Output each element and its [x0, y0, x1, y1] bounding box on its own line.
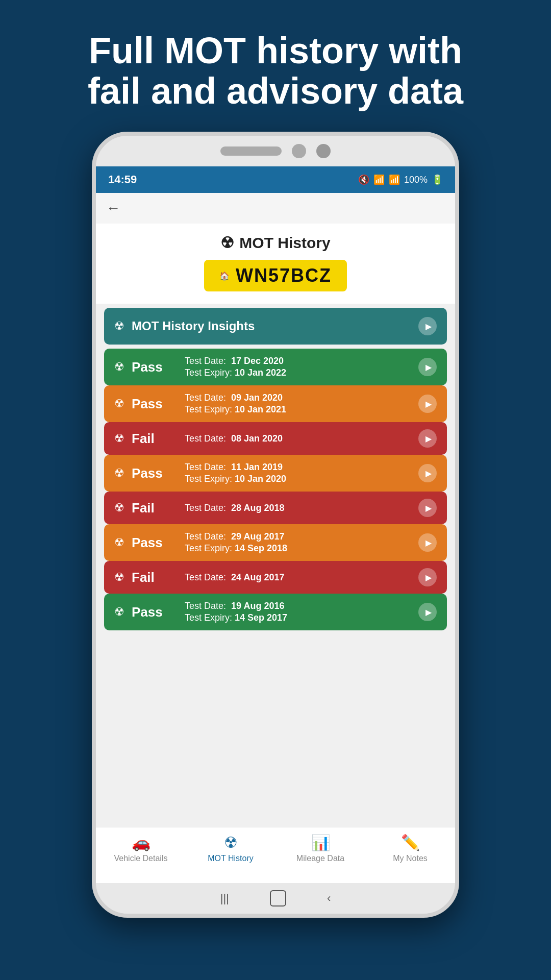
nav-back-icon[interactable]: ‹ [327, 892, 331, 905]
play-arrow-icon: ▶ [425, 469, 432, 478]
mot-row-play-4[interactable]: ▶ [418, 499, 437, 517]
mot-row-2[interactable]: ☢FailTest Date: 08 Jan 2020▶ [104, 422, 447, 455]
mot-expiry-date-7: Test Expiry: 14 Sep 2017 [185, 612, 411, 623]
nav-recent-icon[interactable]: ||| [220, 892, 229, 905]
mot-row-status-1: Pass [132, 396, 178, 412]
insights-label: MOT History Insights [132, 319, 411, 333]
insights-icon: ☢ [114, 320, 124, 333]
battery-level: 100% [404, 175, 428, 185]
status-bar: 14:59 🔇 📶 📶 100% 🔋 [96, 166, 455, 193]
mot-items-container: ☢PassTest Date: 17 Dec 2020Test Expiry: … [104, 349, 447, 630]
nav-mileage-data[interactable]: 📊 Mileage Data [287, 834, 354, 863]
nav-home-button[interactable] [270, 890, 286, 906]
back-button[interactable]: ← [106, 200, 120, 216]
mot-expiry-date-0: Test Expiry: 10 Jan 2022 [185, 368, 411, 378]
mot-header: ☢ MOT History 🏠 WN57BCZ [96, 224, 455, 304]
bottom-nav: 🚗 Vehicle Details ☢ MOT History 📊 Mileag… [96, 827, 455, 883]
mot-row-4[interactable]: ☢FailTest Date: 28 Aug 2018▶ [104, 492, 447, 524]
mot-row-icon-4: ☢ [114, 501, 124, 514]
mot-row-play-5[interactable]: ▶ [418, 533, 437, 552]
play-icon: ▶ [425, 322, 432, 331]
mot-test-date-0: Test Date: 17 Dec 2020 [185, 356, 411, 366]
radiation-icon: ☢ [224, 834, 238, 851]
mot-test-date-5: Test Date: 29 Aug 2017 [185, 531, 411, 542]
play-arrow-icon: ▶ [425, 399, 432, 409]
play-arrow-icon: ▶ [425, 362, 432, 372]
mot-expiry-date-3: Test Expiry: 10 Jan 2020 [185, 474, 411, 484]
nav-mot-label: MOT History [208, 854, 253, 863]
mot-test-date-3: Test Date: 11 Jan 2019 [185, 462, 411, 473]
mot-title-icon: ☢ [220, 234, 234, 252]
mot-row-status-5: Pass [132, 535, 178, 551]
mot-row-play-6[interactable]: ▶ [418, 568, 437, 586]
nav-my-notes[interactable]: ✏️ My Notes [377, 834, 443, 863]
mot-row-play-3[interactable]: ▶ [418, 464, 437, 482]
mot-row-play-2[interactable]: ▶ [418, 429, 437, 448]
headline-text: Full MOT history with fail and advisory … [57, 0, 494, 132]
mot-row-icon-2: ☢ [114, 432, 124, 445]
headline-line1: Full MOT history with [89, 30, 462, 71]
mot-row-dates-7: Test Date: 19 Aug 2016Test Expiry: 14 Se… [185, 601, 411, 623]
phone-camera-main [292, 144, 306, 158]
pencil-icon: ✏️ [401, 834, 420, 851]
back-nav-bar: ← [96, 193, 455, 224]
nav-mot-history[interactable]: ☢ MOT History [197, 834, 264, 863]
mot-row-dates-5: Test Date: 29 Aug 2017Test Expiry: 14 Se… [185, 531, 411, 554]
insights-play-button[interactable]: ▶ [418, 317, 437, 335]
mot-expiry-date-1: Test Expiry: 10 Jan 2021 [185, 404, 411, 415]
mot-row-status-7: Pass [132, 604, 178, 620]
play-arrow-icon: ▶ [425, 573, 432, 582]
play-arrow-icon: ▶ [425, 434, 432, 444]
mot-test-date-7: Test Date: 19 Aug 2016 [185, 601, 411, 611]
phone-speaker [220, 146, 282, 156]
mot-row-0[interactable]: ☢PassTest Date: 17 Dec 2020Test Expiry: … [104, 349, 447, 385]
mot-list: ☢ MOT History Insights ▶ ☢PassTest Date:… [96, 304, 455, 827]
phone-top-hardware [96, 136, 455, 166]
battery-icon: 🔋 [432, 174, 443, 185]
mot-row-dates-4: Test Date: 28 Aug 2018 [185, 503, 411, 513]
mot-test-date-6: Test Date: 24 Aug 2017 [185, 572, 411, 583]
plate-badge: 🏠 WN57BCZ [204, 260, 347, 291]
mot-title: ☢ MOT History [220, 234, 330, 252]
mot-row-status-2: Fail [132, 431, 178, 447]
mot-row-status-0: Pass [132, 359, 178, 375]
mot-row-dates-6: Test Date: 24 Aug 2017 [185, 572, 411, 583]
mot-test-date-2: Test Date: 08 Jan 2020 [185, 433, 411, 444]
mot-row-icon-5: ☢ [114, 536, 124, 549]
mot-row-3[interactable]: ☢PassTest Date: 11 Jan 2019Test Expiry: … [104, 455, 447, 492]
phone-camera-secondary [316, 144, 331, 158]
screen-content: ☢ MOT History 🏠 WN57BCZ ☢ MOT History In… [96, 224, 455, 883]
mot-row-icon-0: ☢ [114, 360, 124, 374]
mot-row-6[interactable]: ☢FailTest Date: 24 Aug 2017▶ [104, 561, 447, 594]
signal-icon: 📶 [389, 174, 400, 185]
mot-row-play-7[interactable]: ▶ [418, 603, 437, 621]
insights-row[interactable]: ☢ MOT History Insights ▶ [104, 308, 447, 345]
mot-row-1[interactable]: ☢PassTest Date: 09 Jan 2020Test Expiry: … [104, 385, 447, 422]
mot-row-status-4: Fail [132, 500, 178, 516]
car-icon: 🚗 [132, 834, 151, 851]
plate-number: WN57BCZ [236, 265, 332, 286]
play-arrow-icon: ▶ [425, 538, 432, 548]
chart-icon: 📊 [311, 834, 330, 851]
play-arrow-icon: ▶ [425, 503, 432, 513]
mot-row-play-0[interactable]: ▶ [418, 358, 437, 376]
mot-row-status-3: Pass [132, 465, 178, 481]
play-arrow-icon: ▶ [425, 607, 432, 617]
mot-test-date-1: Test Date: 09 Jan 2020 [185, 393, 411, 403]
mute-icon: 🔇 [358, 174, 369, 185]
headline-line2: fail and advisory data [88, 70, 463, 111]
nav-vehicle-label: Vehicle Details [114, 854, 168, 863]
mot-row-dates-0: Test Date: 17 Dec 2020Test Expiry: 10 Ja… [185, 356, 411, 378]
mot-row-5[interactable]: ☢PassTest Date: 29 Aug 2017Test Expiry: … [104, 524, 447, 561]
status-icons: 🔇 📶 📶 100% 🔋 [358, 174, 443, 185]
mot-row-dates-1: Test Date: 09 Jan 2020Test Expiry: 10 Ja… [185, 393, 411, 415]
mot-row-dates-3: Test Date: 11 Jan 2019Test Expiry: 10 Ja… [185, 462, 411, 484]
nav-vehicle-details[interactable]: 🚗 Vehicle Details [108, 834, 174, 863]
mot-row-icon-1: ☢ [114, 397, 124, 410]
mot-row-play-1[interactable]: ▶ [418, 395, 437, 413]
mot-row-icon-3: ☢ [114, 467, 124, 480]
wifi-icon: 📶 [373, 174, 385, 185]
garage-icon: 🏠 [219, 271, 230, 281]
nav-notes-label: My Notes [393, 854, 428, 863]
mot-row-7[interactable]: ☢PassTest Date: 19 Aug 2016Test Expiry: … [104, 594, 447, 630]
